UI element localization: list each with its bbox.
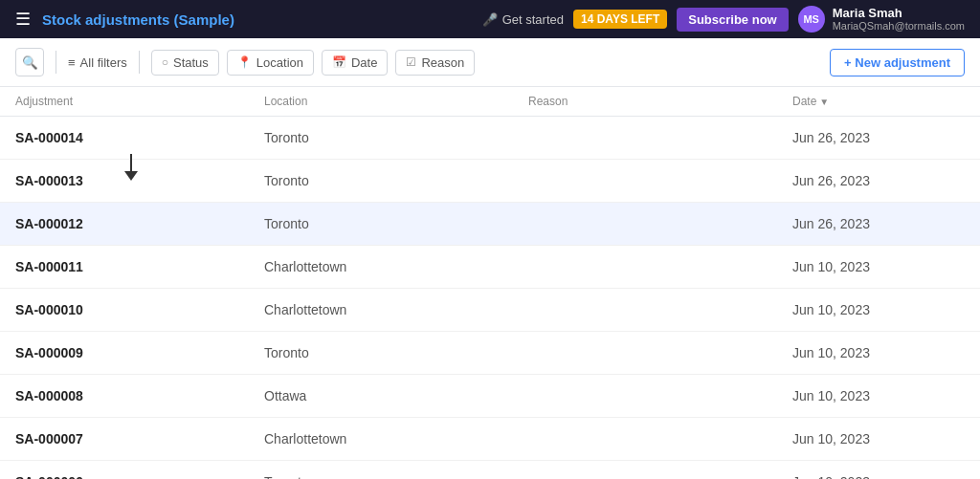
table-row[interactable]: SA-000006 Toronto Jun 10, 2023 <box>0 461 980 479</box>
date-cell: Jun 10, 2023 <box>792 388 965 403</box>
col-header-date[interactable]: Date ▼ <box>792 95 965 108</box>
date-cell: Jun 10, 2023 <box>792 345 965 360</box>
hamburger-icon[interactable]: ☰ <box>15 9 31 30</box>
table-row[interactable]: SA-000010 Charlottetown Jun 10, 2023 <box>0 289 980 332</box>
date-filter[interactable]: 📅 Date <box>322 50 388 76</box>
status-icon: ○ <box>162 55 168 69</box>
adjustment-id: SA-000006 <box>15 474 264 479</box>
table-row[interactable]: SA-000013 Toronto Jun 26, 2023 <box>0 160 980 203</box>
location-cell: Charlottetown <box>264 259 528 274</box>
nav-right: 🎤 Get started 14 DAYS LEFT Subscribe now… <box>482 6 965 33</box>
get-started-link[interactable]: 🎤 Get started <box>482 12 564 27</box>
divider <box>56 51 56 74</box>
sort-icon: ▼ <box>819 97 829 107</box>
date-cell: Jun 26, 2023 <box>792 173 965 188</box>
date-cell: Jun 10, 2023 <box>792 302 965 317</box>
col-header-location: Location <box>264 95 528 108</box>
days-left-badge: 14 DAYS LEFT <box>573 10 667 29</box>
filter-bar: 🔍 ≡ All filters ○ Status 📍 Location 📅 Da… <box>0 38 980 87</box>
user-name: Maria Smah <box>833 6 965 21</box>
reason-icon: ☑ <box>406 55 416 69</box>
adjustment-id: SA-000007 <box>15 431 264 446</box>
location-filter[interactable]: 📍 Location <box>227 50 314 76</box>
adjustment-id: SA-000011 <box>15 259 264 274</box>
table-row[interactable]: SA-000008 Ottawa Jun 10, 2023 <box>0 375 980 418</box>
subscribe-button[interactable]: Subscribe now <box>677 8 788 32</box>
divider-2 <box>139 51 140 74</box>
table-row[interactable]: SA-000012 Toronto Jun 26, 2023 <box>0 203 980 246</box>
filter-lines-icon: ≡ <box>68 55 76 70</box>
location-cell: Ottawa <box>264 388 528 403</box>
location-cell: Toronto <box>264 474 528 479</box>
arrow-shaft <box>130 154 132 171</box>
location-cell: Charlottetown <box>264 431 528 446</box>
date-cell: Jun 10, 2023 <box>792 474 965 479</box>
location-cell: Toronto <box>264 130 528 145</box>
user-section: MS Maria Smah MariaQSmah@tormails.com <box>798 6 965 33</box>
search-icon: 🔍 <box>22 55 38 70</box>
arrow-down-icon <box>124 171 138 181</box>
table-row[interactable]: SA-000014 Toronto Jun 26, 2023 <box>0 117 980 160</box>
avatar: MS <box>798 6 825 33</box>
location-icon: 📍 <box>237 55 252 69</box>
date-cell: Jun 10, 2023 <box>792 431 965 446</box>
col-header-reason: Reason <box>528 95 792 108</box>
user-email: MariaQSmah@tormails.com <box>833 20 965 33</box>
new-adjustment-button[interactable]: + New adjustment <box>830 49 965 76</box>
adjustment-id: SA-000014 <box>15 130 264 145</box>
search-button[interactable]: 🔍 <box>15 48 44 76</box>
microphone-icon: 🎤 <box>482 12 498 27</box>
location-cell: Charlottetown <box>264 302 528 317</box>
date-cell: Jun 26, 2023 <box>792 216 965 231</box>
date-cell: Jun 10, 2023 <box>792 259 965 274</box>
nav-left: ☰ Stock adjustments (Sample) <box>15 9 234 30</box>
col-header-adjustment: Adjustment <box>15 95 264 108</box>
app-title: Stock adjustments (Sample) <box>42 11 234 28</box>
location-cell: Toronto <box>264 216 528 231</box>
adjustment-id: SA-000010 <box>15 302 264 317</box>
date-icon: 📅 <box>332 55 346 69</box>
table-row[interactable]: SA-000011 Charlottetown Jun 10, 2023 <box>0 246 980 289</box>
adjustment-id: SA-000008 <box>15 388 264 403</box>
table-row[interactable]: SA-000009 Toronto Jun 10, 2023 <box>0 332 980 375</box>
status-filter[interactable]: ○ Status <box>151 50 219 76</box>
all-filters-button[interactable]: ≡ All filters <box>68 55 127 70</box>
adjustment-id: SA-000013 <box>15 173 264 188</box>
adjustment-id: SA-000012 <box>15 216 264 231</box>
table-row[interactable]: SA-000007 Charlottetown Jun 10, 2023 <box>0 418 980 461</box>
table-header: Adjustment Location Reason Date ▼ <box>0 87 980 117</box>
main-content: Adjustment Location Reason Date ▼ SA-000… <box>0 87 980 479</box>
arrow-indicator <box>124 154 138 181</box>
location-cell: Toronto <box>264 345 528 360</box>
user-info: Maria Smah MariaQSmah@tormails.com <box>833 6 965 33</box>
top-navigation: ☰ Stock adjustments (Sample) 🎤 Get start… <box>0 0 980 38</box>
location-cell: Toronto <box>264 173 528 188</box>
table-body: SA-000014 Toronto Jun 26, 2023 SA-000013… <box>0 117 980 479</box>
reason-filter[interactable]: ☑ Reason <box>395 50 475 76</box>
date-cell: Jun 26, 2023 <box>792 130 965 145</box>
adjustment-id: SA-000009 <box>15 345 264 360</box>
